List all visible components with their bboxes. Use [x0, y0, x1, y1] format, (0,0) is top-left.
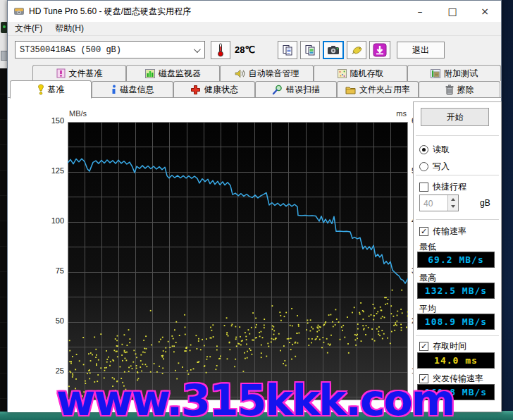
speed-test-button[interactable] [347, 41, 366, 59]
copy-text-icon [282, 44, 293, 56]
drive-select-value: ST3500418AS (500 gB) [20, 45, 121, 55]
drive-select-dropdown[interactable]: ST3500418AS (500 gB) [15, 41, 205, 58]
copy-image-button[interactable] [300, 41, 320, 59]
tab-label: 磁盘信息 [120, 84, 154, 96]
access-time-display: 14.0 ms [417, 352, 495, 369]
divider [416, 175, 499, 175]
triangle-up-icon [451, 198, 455, 201]
tab-file-benchmark[interactable]: 文件基准 [32, 65, 126, 81]
short-stroke-label: 快捷行程 [433, 181, 466, 193]
tab-label: 磁盘监视器 [159, 68, 201, 80]
close-button[interactable]: × [469, 1, 501, 22]
random-access-icon [338, 69, 347, 78]
copy-text-button[interactable] [278, 41, 297, 59]
short-stroke-spinner[interactable]: 40 [419, 194, 459, 211]
tab-aam[interactable]: 自动噪音管理 [220, 65, 314, 81]
app-icon [13, 6, 25, 17]
short-stroke-row[interactable]: 快捷行程 [419, 181, 466, 193]
titlebar: HD Tune Pro 5.60 - 硬盘/固态硬盘实用程序 – □ × [8, 1, 501, 22]
temperature-button[interactable] [211, 41, 230, 59]
info-icon [111, 85, 117, 95]
divider [416, 219, 499, 220]
tab-health[interactable]: 健康状态 [173, 81, 255, 97]
checkbox-transfer-rate[interactable]: ✓ [419, 227, 428, 236]
desktop-background: HD Tune Pro 5.60 - 硬盘/固态硬盘实用程序 – □ × 文件(… [0, 0, 513, 420]
tab-erase[interactable]: 擦除 [419, 81, 500, 97]
axis-tick-label: 50 [36, 316, 64, 325]
extra-tests-icon [431, 69, 440, 78]
axis-tick-label: 125 [36, 166, 64, 175]
trash-icon [445, 85, 454, 95]
toolbar: ST3500418AS (500 gB) 28℃ [8, 36, 501, 64]
short-stroke-value: 40 [424, 199, 433, 209]
thermometer-icon [216, 43, 225, 57]
window-controls: – □ × [404, 1, 501, 22]
tab-label: 错误扫描 [286, 84, 320, 96]
tab-benchmark[interactable]: 基准 [10, 80, 92, 99]
read-radio-row[interactable]: 读取 [419, 144, 450, 156]
checkbox-short-stroke[interactable] [419, 183, 428, 192]
tab-disk-monitor[interactable]: 磁盘监视器 [126, 65, 220, 81]
transfer-rate-row[interactable]: ✓ 传输速率 [419, 226, 466, 237]
radio-read-label: 读取 [433, 144, 450, 156]
tab-label: 随机存取 [350, 68, 384, 80]
avg-value-display: 108.9 MB/s [417, 314, 495, 330]
axis-tick-label: 25 [36, 366, 64, 375]
menubar: 文件(F) 帮助(H) [8, 22, 501, 36]
copy-image-icon [304, 44, 316, 56]
right-axis-title: ms [374, 109, 407, 118]
start-button[interactable]: 开始 [421, 108, 489, 126]
tab-label: 擦除 [457, 84, 474, 96]
radio-write[interactable] [419, 162, 428, 171]
tab-label: 文件夹占用率 [359, 84, 410, 96]
speed-icon [351, 44, 363, 56]
minimize-button[interactable]: – [404, 1, 436, 22]
benchmark-options-panel: 开始 读取 写入 快捷行程 40 [413, 101, 502, 412]
benchmark-icon [37, 84, 44, 95]
triangle-down-icon [451, 205, 455, 208]
access-time-label: 存取时间 [433, 340, 466, 352]
checkbox-access-time[interactable]: ✓ [419, 342, 428, 351]
window-title: HD Tune Pro 5.60 - 硬盘/固态硬盘实用程序 [29, 6, 191, 18]
tab-random-access[interactable]: 随机存取 [314, 65, 407, 81]
access-time-row[interactable]: ✓ 存取时间 [419, 340, 466, 352]
tab-error-scan[interactable]: 错误扫描 [255, 81, 337, 97]
write-radio-row[interactable]: 写入 [419, 161, 450, 173]
axis-tick-label: 75 [36, 266, 64, 275]
tab-label: 自动噪音管理 [249, 68, 299, 80]
camera-icon [327, 45, 340, 55]
spinner-down-button[interactable] [447, 202, 458, 211]
min-value-display: 69.2 MB/s [417, 252, 495, 268]
tab-label: 文件基准 [69, 68, 103, 80]
tab-label: 基准 [48, 84, 65, 96]
maximize-button[interactable]: □ [436, 1, 469, 22]
axis-tick-label: 100 [36, 216, 64, 225]
exit-button[interactable]: 退出 [397, 42, 445, 58]
menu-help[interactable]: 帮助(H) [49, 21, 89, 36]
left-axis-title: MB/s [69, 109, 87, 118]
plot-area [68, 122, 408, 400]
tab-disk-info[interactable]: 磁盘信息 [92, 81, 173, 97]
tab-label: 健康状态 [204, 84, 238, 96]
disk-monitor-icon [145, 69, 155, 78]
screenshot-button[interactable] [323, 41, 344, 59]
radio-write-label: 写入 [433, 161, 450, 173]
temperature-value: 28℃ [235, 44, 255, 55]
file-benchmark-icon [56, 68, 66, 78]
folder-icon [345, 85, 356, 94]
watermark-text: www.315kkk.com [56, 375, 513, 420]
divider [416, 335, 499, 336]
transfer-rate-label: 传输速率 [433, 226, 466, 237]
tab-extra-tests[interactable]: 附加测试 [407, 65, 501, 81]
speaker-icon [235, 69, 245, 78]
menu-file[interactable]: 文件(F) [9, 21, 48, 36]
tab-folder-usage[interactable]: 文件夹占用率 [337, 81, 419, 97]
benchmark-content: MB/s ms 150125100755025605040302010 开始 读… [8, 98, 501, 412]
tab-label: 附加测试 [444, 68, 478, 80]
download-icon [373, 43, 387, 57]
chevron-down-icon [194, 46, 201, 53]
benchmark-chart: MB/s ms 150125100755025605040302010 [8, 98, 419, 412]
download-button[interactable] [369, 41, 390, 59]
divider [416, 135, 499, 136]
radio-read[interactable] [419, 145, 428, 154]
